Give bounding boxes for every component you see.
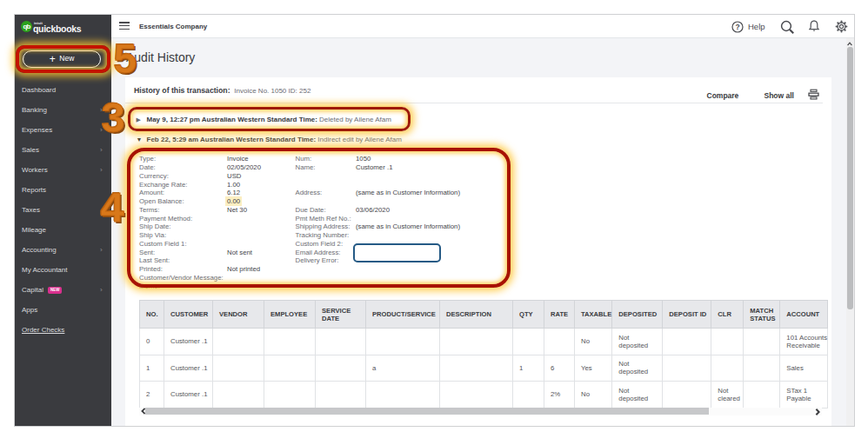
- svg-text:?: ?: [735, 23, 739, 31]
